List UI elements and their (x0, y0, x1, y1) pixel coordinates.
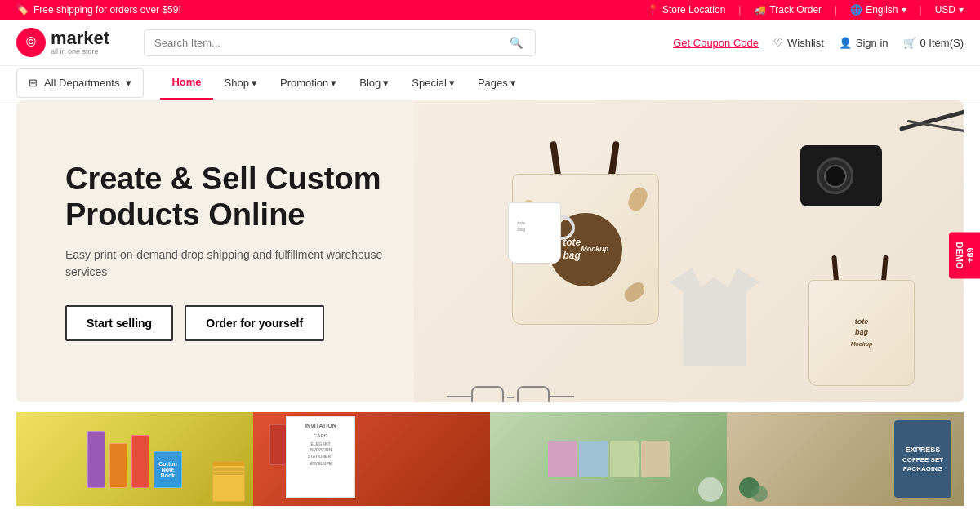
header-actions: Get Coupon Code ♡ Wishlist 👤 Sign in 🛒 0… (673, 37, 964, 49)
nav-blog[interactable]: Blog ▾ (348, 67, 400, 99)
chevron-down-icon: ▾ (383, 77, 389, 89)
departments-button[interactable]: ⊞ All Departments ▾ (16, 68, 144, 98)
nav-shop[interactable]: Shop ▾ (213, 67, 269, 99)
hero-title: Create & Sell Custom Products Online (65, 162, 392, 233)
hero-buttons: Start selling Order for yourself (65, 305, 392, 341)
order-yourself-button[interactable]: Order for yourself (185, 305, 324, 341)
hero-image: totebagMockup totebagMockup (414, 100, 964, 402)
logo-icon: © (16, 28, 46, 57)
top-bar-right: 📍 Store Location | 🚚 Track Order | 🌐 Eng… (647, 4, 964, 16)
product-grid: CottonNoteBook INVITATION CARD ELEGANT I… (16, 412, 964, 506)
search-bar: 🔍 (144, 29, 536, 56)
cart-icon: 🛒 (903, 37, 916, 49)
chevron-down-icon: ▾ (510, 77, 516, 89)
wishlist-button[interactable]: ♡ Wishlist (773, 37, 824, 49)
logo[interactable]: © market all in one store (16, 28, 131, 57)
store-location-link[interactable]: 📍 Store Location (647, 4, 725, 16)
promo-text: Free shipping for orders over $59! (33, 4, 181, 16)
tote-bag-secondary: totebagMockup (808, 255, 915, 386)
hero-subtitle: Easy print-on-demand drop shipping and f… (65, 246, 392, 281)
location-icon: 📍 (647, 4, 659, 16)
language-selector[interactable]: 🌐 English ▾ (850, 4, 906, 16)
chevron-down-icon: ▾ (252, 77, 257, 89)
product-card-stationery[interactable]: CottonNoteBook (16, 412, 253, 506)
search-input[interactable] (145, 30, 498, 55)
grid-icon: ⊞ (29, 77, 38, 89)
hero-section: Create & Sell Custom Products Online Eas… (16, 100, 964, 402)
promo-icon: 🏷️ (16, 4, 29, 16)
chevron-down-icon: ▾ (959, 4, 964, 16)
chevron-down-icon: ▾ (331, 77, 336, 89)
demo-label: DEMO (954, 242, 964, 268)
chevron-down-icon: ▾ (126, 77, 131, 89)
chevron-down-icon: ▾ (449, 77, 455, 89)
globe-icon: 🌐 (850, 4, 862, 16)
top-bar: 🏷️ Free shipping for orders over $59! 📍 … (0, 0, 980, 20)
search-button[interactable]: 🔍 (498, 30, 535, 55)
chevron-down-icon: ▾ (902, 4, 906, 16)
promo-area: 🏷️ Free shipping for orders over $59! (16, 4, 181, 16)
hero-visual: totebagMockup totebagMockup (414, 100, 964, 402)
demo-count: 69+ (964, 242, 975, 268)
nav-home[interactable]: Home (160, 66, 212, 100)
header: © market all in one store 🔍 Get Coupon C… (0, 20, 980, 66)
nav-bar: ⊞ All Departments ▾ Home Shop ▾ Promotio… (0, 66, 980, 100)
user-icon: 👤 (839, 37, 852, 49)
nav-pages[interactable]: Pages ▾ (466, 67, 528, 99)
product-card-coffee[interactable]: EXPRESS COFFEE SET PACKAGING (727, 412, 964, 506)
coupon-code-link[interactable]: Get Coupon Code (673, 37, 759, 49)
product-card-invitations[interactable]: INVITATION CARD ELEGANT INVITATION STATI… (253, 412, 490, 506)
logo-name: market (51, 29, 109, 47)
logo-tagline: all in one store (51, 47, 109, 55)
product-card-art-decor[interactable] (490, 412, 727, 506)
search-icon: 🔍 (510, 37, 523, 49)
nav-promotion[interactable]: Promotion ▾ (269, 67, 348, 99)
heart-icon: ♡ (773, 37, 783, 49)
nav-special[interactable]: Special ▾ (400, 67, 466, 99)
demo-tab[interactable]: 69+ DEMO (949, 232, 980, 278)
hero-content: Create & Sell Custom Products Online Eas… (16, 113, 441, 389)
sign-in-button[interactable]: 👤 Sign in (839, 37, 889, 49)
main-navigation: Home Shop ▾ Promotion ▾ Blog ▾ Special ▾… (160, 66, 527, 100)
track-order-link[interactable]: 🚚 Track Order (754, 4, 822, 16)
cart-button[interactable]: 🛒 0 Item(S) (903, 37, 964, 49)
currency-selector[interactable]: USD ▾ (935, 4, 964, 16)
truck-icon: 🚚 (754, 4, 766, 16)
start-selling-button[interactable]: Start selling (65, 305, 173, 341)
